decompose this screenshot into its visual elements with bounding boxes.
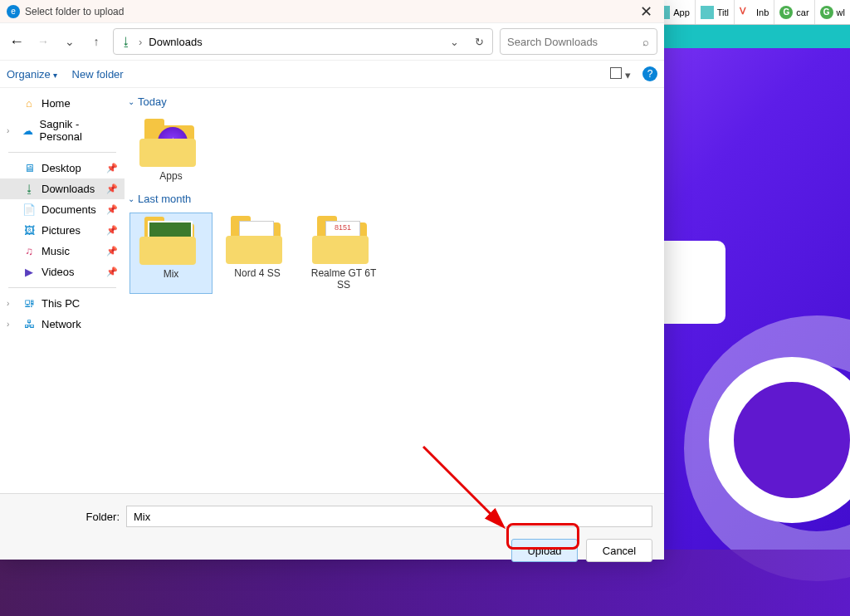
desktop-icon: 🖥 xyxy=(22,162,37,174)
folder-icon xyxy=(139,217,203,265)
view-options[interactable]: ▾ xyxy=(610,67,631,81)
help-button[interactable]: ? xyxy=(642,66,657,81)
music-icon: ♫ xyxy=(22,245,37,257)
pictures-icon: 🖼 xyxy=(22,224,37,237)
browser-tab[interactable]: Gcar xyxy=(774,0,813,24)
forward-button[interactable]: → xyxy=(33,32,53,51)
sidebar-item-documents[interactable]: 📄 Documents📌 xyxy=(0,199,125,220)
sidebar-item-this-pc[interactable]: ›🖳 This PC xyxy=(0,293,125,314)
pin-icon: 📌 xyxy=(106,183,118,194)
folder-label: Folder: xyxy=(12,511,120,523)
onedrive-icon: ☁ xyxy=(21,125,35,137)
sidebar-item-network[interactable]: ›🖧 Network xyxy=(0,314,125,335)
pin-icon: 📌 xyxy=(106,246,118,257)
upload-button[interactable]: Upload xyxy=(511,539,578,562)
folder-item-apps[interactable]: ✦ Apps xyxy=(129,115,212,185)
current-path: Downloads xyxy=(149,36,202,48)
up-button[interactable]: ↑ xyxy=(86,32,106,51)
downloads-icon: ⭳ xyxy=(120,35,132,48)
sidebar-item-music[interactable]: ♫ Music📌 xyxy=(0,241,125,262)
new-folder-button[interactable]: New folder xyxy=(72,68,124,81)
pin-icon: 📌 xyxy=(106,163,118,174)
back-button[interactable]: ← xyxy=(7,32,27,51)
path-separator-icon: › xyxy=(139,36,142,48)
pc-icon: 🖳 xyxy=(22,297,37,310)
cancel-button[interactable]: Cancel xyxy=(586,539,652,562)
folder-name-input[interactable] xyxy=(126,506,652,527)
chevron-down-icon: ⌄ xyxy=(128,194,134,203)
folder-item-realme[interactable]: 8151 Realme GT 6T SS xyxy=(302,213,385,294)
organize-menu[interactable]: Organize xyxy=(7,68,57,81)
folder-item-nord4ss[interactable]: Nord 4 SS xyxy=(216,213,299,294)
sidebar-item-pictures[interactable]: 🖼 Pictures📌 xyxy=(0,220,125,241)
home-icon: ⌂ xyxy=(22,97,37,110)
address-bar[interactable]: ⭳ › Downloads ⌄ ↻ xyxy=(113,28,493,55)
browser-tab[interactable]: ᐯInb xyxy=(734,0,774,24)
pin-icon: 📌 xyxy=(106,225,118,236)
path-dropdown-icon[interactable]: ⌄ xyxy=(450,36,459,48)
folder-icon xyxy=(226,216,289,264)
folder-item-mix[interactable]: Mix xyxy=(129,213,212,294)
documents-icon: 📄 xyxy=(22,203,37,216)
folder-icon: 8151 xyxy=(312,216,375,264)
chevron-down-icon: ⌄ xyxy=(128,97,134,106)
sidebar-item-personal[interactable]: ›☁ Sagnik - Personal xyxy=(0,114,125,147)
browser-tab[interactable]: Gwl xyxy=(814,0,850,24)
sidebar-item-home[interactable]: ⌂ Home xyxy=(0,93,125,114)
folder-icon: ✦ xyxy=(139,119,203,167)
folder-upload-dialog: e Select folder to upload ✕ ← → ⌄ ↑ ⭳ › … xyxy=(0,0,664,560)
dialog-title: Select folder to upload xyxy=(25,6,124,17)
videos-icon: ▶ xyxy=(22,266,37,278)
search-icon[interactable]: ⌕ xyxy=(642,36,649,48)
edge-icon: e xyxy=(7,5,20,18)
pin-icon: 📌 xyxy=(106,204,118,215)
history-dropdown[interactable]: ⌄ xyxy=(60,32,80,51)
toolbar: Organize New folder ▾ ? xyxy=(0,60,664,88)
pin-icon: 📌 xyxy=(106,266,118,277)
close-button[interactable]: ✕ xyxy=(635,2,657,21)
sidebar-item-desktop[interactable]: 🖥 Desktop📌 xyxy=(0,158,125,178)
search-input[interactable] xyxy=(500,28,657,55)
dialog-footer: Folder: Upload Cancel xyxy=(0,493,664,560)
group-heading-last-month[interactable]: ⌄ Last month xyxy=(128,190,661,208)
sidebar-item-videos[interactable]: ▶ Videos📌 xyxy=(0,262,125,282)
group-heading-today[interactable]: ⌄ Today xyxy=(128,93,661,110)
sidebar-item-downloads[interactable]: ⭳ Downloads📌 xyxy=(0,178,125,199)
downloads-icon: ⭳ xyxy=(22,183,37,195)
file-list: ⌄ Today ✦ Apps ⌄ Last month xyxy=(125,88,664,493)
nav-row: ← → ⌄ ↑ ⭳ › Downloads ⌄ ↻ ⌕ xyxy=(0,23,664,60)
sidebar: ⌂ Home ›☁ Sagnik - Personal 🖥 Desktop📌 ⭳… xyxy=(0,88,125,493)
refresh-button[interactable]: ↻ xyxy=(475,36,484,48)
network-icon: 🖧 xyxy=(22,318,37,330)
dialog-titlebar: e Select folder to upload ✕ xyxy=(0,0,664,23)
browser-tab[interactable]: Titl xyxy=(695,0,734,24)
